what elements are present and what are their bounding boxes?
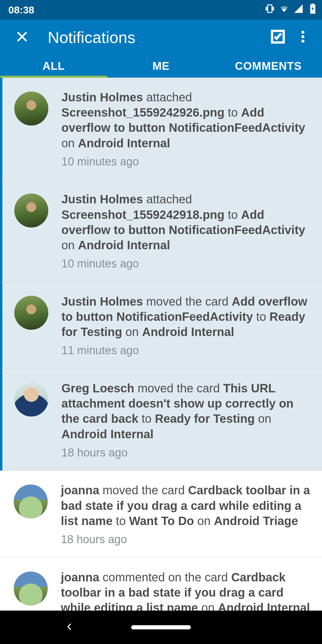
nav-home-pill[interactable] <box>131 625 191 629</box>
tab-indicator <box>0 76 107 78</box>
avatar <box>14 484 48 518</box>
tab-all[interactable]: ALL <box>0 55 107 78</box>
avatar <box>14 383 48 417</box>
close-icon <box>16 30 29 44</box>
tabs: ALL ME COMMENTS <box>0 55 322 78</box>
nav-back-button[interactable] <box>66 623 73 632</box>
svg-point-1 <box>301 35 304 38</box>
more-vert-icon <box>301 30 304 44</box>
notification-text: Greg Loesch moved the card This URL atta… <box>61 381 312 460</box>
notification-row[interactable]: joanna moved the card Cardback toolbar i… <box>0 470 322 557</box>
notification-row[interactable]: joanna commented on the card Cardback to… <box>0 558 322 611</box>
notification-text: Justin Holmes moved the card Add overflo… <box>61 294 312 358</box>
wifi-icon <box>279 4 289 16</box>
avatar <box>14 193 48 227</box>
close-button[interactable] <box>11 27 33 48</box>
svg-point-0 <box>301 31 304 34</box>
notification-timestamp: 18 hours ago <box>61 445 312 460</box>
cell-signal-icon <box>293 4 304 16</box>
notification-timestamp: 18 hours ago <box>61 532 312 547</box>
mark-all-read-button[interactable] <box>265 25 290 50</box>
svg-point-2 <box>301 40 304 43</box>
notification-row[interactable]: Greg Loesch moved the card This URL atta… <box>0 369 322 470</box>
avatar <box>14 572 48 606</box>
avatar <box>14 296 48 330</box>
status-bar: 08:38 <box>0 0 322 20</box>
notification-timestamp: 10 minutes ago <box>61 154 312 169</box>
notification-row[interactable]: Justin Holmes moved the card Add overflo… <box>0 282 322 369</box>
notification-timestamp: 10 minutes ago <box>61 256 312 271</box>
checkbox-checked-icon <box>270 29 286 46</box>
notification-text: joanna commented on the card Cardback to… <box>61 570 312 611</box>
tab-me[interactable]: ME <box>107 55 215 78</box>
notification-row[interactable]: Justin Holmes attached Screenshot_155924… <box>0 78 322 179</box>
notification-text: Justin Holmes attached Screenshot_155924… <box>61 90 312 169</box>
status-time: 08:38 <box>8 4 34 16</box>
notification-list[interactable]: Justin Holmes attached Screenshot_155924… <box>0 78 322 611</box>
battery-charging-icon <box>308 4 314 16</box>
notification-timestamp: 11 minutes ago <box>61 343 312 358</box>
page-title: Notifications <box>48 28 265 47</box>
avatar <box>14 92 48 126</box>
notification-text: Justin Holmes attached Screenshot_155924… <box>61 192 312 271</box>
system-nav-bar <box>0 611 322 644</box>
notification-row[interactable]: Justin Holmes attached Screenshot_155924… <box>0 179 322 281</box>
overflow-menu-button[interactable] <box>290 25 315 50</box>
chevron-left-icon <box>66 626 73 631</box>
app-bar: Notifications <box>0 20 322 55</box>
tab-comments[interactable]: COMMENTS <box>215 55 322 78</box>
notification-text: joanna moved the card Cardback toolbar i… <box>61 483 312 547</box>
vibrate-icon <box>265 4 275 16</box>
